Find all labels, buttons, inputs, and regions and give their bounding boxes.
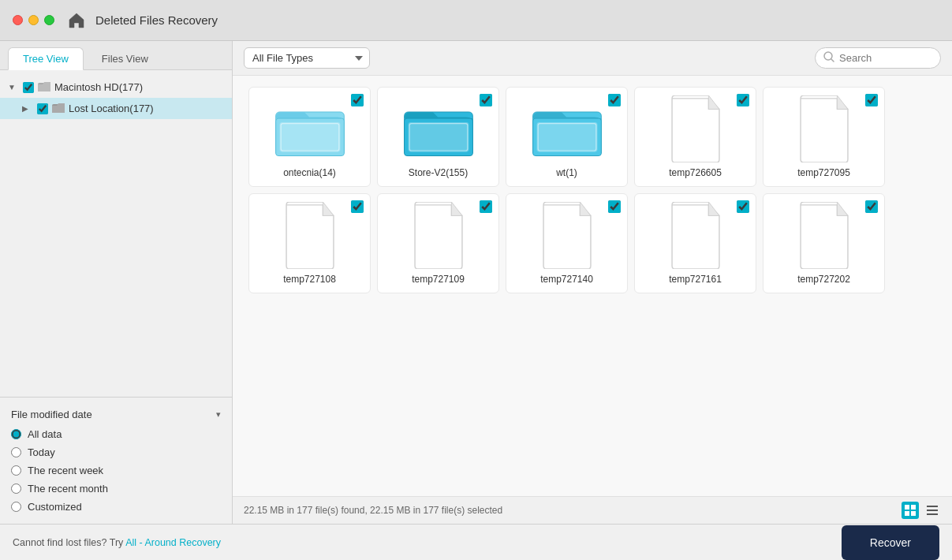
grid-view-button[interactable] — [902, 502, 919, 519]
svg-rect-20 — [927, 506, 938, 507]
file-icon — [656, 202, 735, 269]
all-around-recovery-link[interactable]: All - Around Recovery — [125, 537, 221, 548]
search-box — [815, 47, 941, 69]
svg-rect-7 — [281, 123, 339, 150]
file-item[interactable]: temp727108 — [248, 193, 371, 293]
svg-rect-22 — [927, 513, 938, 515]
title-bar: Deleted Files Recovery — [0, 0, 952, 41]
file-name: temp727109 — [412, 274, 465, 285]
file-checkbox[interactable] — [608, 94, 621, 106]
status-bar: 22.15 MB in 177 file(s) found, 22.15 MB … — [233, 496, 952, 524]
file-checkbox[interactable] — [608, 200, 621, 213]
file-item[interactable]: Store-V2(155) — [377, 87, 499, 187]
filter-header[interactable]: File modified date ▾ — [11, 409, 221, 420]
radio-recent-week[interactable]: The recent week — [11, 465, 221, 476]
tab-files-view[interactable]: Files View — [87, 47, 163, 69]
tree-toggle-macintosh[interactable]: ▼ — [8, 83, 19, 91]
tree-label-macintosh: Macintosh HD(177) — [54, 81, 143, 93]
tree-area: ▼ Macintosh HD(177) ▶ — [0, 70, 232, 394]
sidebar-divider — [0, 397, 232, 398]
content-toolbar: All File Types Images Documents Videos A… — [233, 41, 952, 76]
view-toggle — [902, 502, 941, 519]
file-icon — [271, 95, 349, 162]
tree-checkbox-lost[interactable] — [37, 103, 48, 114]
file-grid: ontecnia(14) Store-V2(155) wt(1) temp726… — [233, 76, 952, 496]
content-area: All File Types Images Documents Videos A… — [233, 41, 952, 524]
tree-item-lost-location[interactable]: ▶ Lost Location(177) — [0, 98, 232, 119]
radio-recent-month[interactable]: The recent month — [11, 483, 221, 495]
file-name: wt(1) — [556, 167, 577, 178]
file-name: temp727108 — [283, 274, 336, 285]
filter-chevron-icon: ▾ — [216, 409, 221, 420]
bottom-bar: Cannot find lost files? Try All - Around… — [0, 524, 952, 560]
search-input[interactable] — [839, 52, 926, 64]
file-item[interactable]: temp726605 — [634, 87, 756, 187]
radio-group: All data Today The recent week The recen… — [11, 428, 221, 513]
file-item[interactable]: temp727109 — [377, 193, 499, 293]
tree-checkbox-macintosh[interactable] — [23, 82, 34, 93]
file-checkbox[interactable] — [865, 94, 878, 106]
filter-section: File modified date ▾ All data Today The … — [0, 401, 232, 524]
main-layout: Tree View Files View ▼ Macintosh HD(177)… — [0, 41, 952, 524]
traffic-lights — [13, 15, 54, 25]
file-checkbox[interactable] — [351, 200, 364, 213]
file-name: Store-V2(155) — [409, 167, 468, 178]
folder-icon-macintosh — [38, 80, 50, 94]
minimize-button[interactable] — [28, 15, 39, 25]
folder-icon-lost — [52, 102, 65, 115]
file-name: temp727202 — [797, 274, 850, 285]
file-type-select[interactable]: All File Types Images Documents Videos A… — [244, 47, 370, 69]
file-item[interactable]: temp727095 — [763, 87, 885, 187]
tabs-bar: Tree View Files View — [0, 41, 232, 70]
tree-item-macintosh[interactable]: ▼ Macintosh HD(177) — [0, 77, 232, 98]
svg-rect-11 — [409, 123, 468, 150]
radio-all-data[interactable]: All data — [11, 428, 221, 440]
svg-rect-18 — [905, 511, 909, 516]
file-icon — [399, 202, 478, 269]
file-icon — [785, 202, 864, 269]
home-icon[interactable] — [65, 9, 88, 32]
radio-customized[interactable]: Customized — [11, 501, 221, 513]
file-checkbox[interactable] — [737, 200, 749, 213]
file-icon — [785, 95, 864, 162]
tab-tree-view[interactable]: Tree View — [8, 47, 84, 70]
file-icon — [656, 95, 735, 162]
status-text: 22.15 MB in 177 file(s) found, 22.15 MB … — [244, 505, 502, 516]
close-button[interactable] — [13, 15, 23, 25]
file-icon — [271, 202, 349, 269]
file-item[interactable]: temp727161 — [634, 193, 756, 293]
radio-today[interactable]: Today — [11, 446, 221, 458]
recover-button[interactable]: Recover — [842, 525, 939, 560]
svg-rect-19 — [911, 511, 916, 516]
file-checkbox[interactable] — [480, 94, 492, 106]
file-item[interactable]: temp727140 — [506, 193, 628, 293]
list-view-button[interactable] — [924, 502, 941, 519]
tree-label-lost: Lost Location(177) — [69, 103, 154, 114]
sidebar: Tree View Files View ▼ Macintosh HD(177)… — [0, 41, 233, 524]
file-checkbox[interactable] — [737, 94, 749, 106]
file-icon — [528, 202, 607, 269]
file-checkbox[interactable] — [480, 200, 492, 213]
file-name: temp727161 — [669, 274, 722, 285]
file-name: temp727095 — [797, 167, 850, 178]
file-name: temp726605 — [669, 167, 722, 178]
svg-rect-21 — [927, 510, 938, 511]
file-item[interactable]: wt(1) — [506, 87, 628, 187]
search-icon — [823, 51, 834, 65]
file-name: ontecnia(14) — [283, 167, 336, 178]
tree-toggle-lost[interactable]: ▶ — [22, 104, 33, 113]
svg-rect-15 — [538, 123, 596, 150]
file-name: temp727140 — [540, 274, 593, 285]
file-icon — [528, 95, 607, 162]
file-item[interactable]: temp727202 — [763, 193, 885, 293]
file-checkbox[interactable] — [865, 200, 878, 213]
svg-line-3 — [831, 59, 834, 62]
file-icon — [399, 95, 478, 162]
bottom-message: Cannot find lost files? Try All - Around… — [13, 537, 221, 548]
maximize-button[interactable] — [44, 15, 54, 25]
file-item[interactable]: ontecnia(14) — [248, 87, 371, 187]
app-title: Deleted Files Recovery — [95, 13, 218, 27]
svg-rect-16 — [905, 505, 909, 510]
filter-title: File modified date — [11, 409, 92, 420]
file-checkbox[interactable] — [351, 94, 364, 106]
